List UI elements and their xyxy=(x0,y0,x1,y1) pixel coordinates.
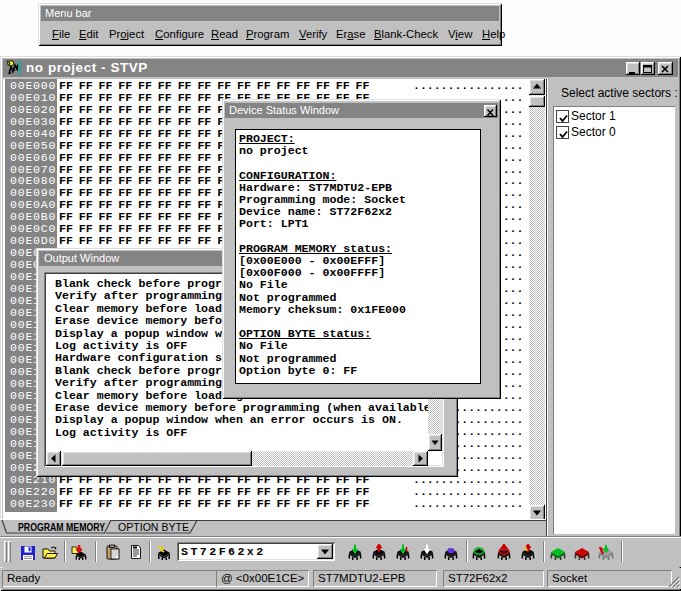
svg-text:OPTION BYTE: OPTION BYTE xyxy=(118,521,189,533)
svg-text:PROGRAM MEMORY: PROGRAM MEMORY xyxy=(18,521,105,533)
